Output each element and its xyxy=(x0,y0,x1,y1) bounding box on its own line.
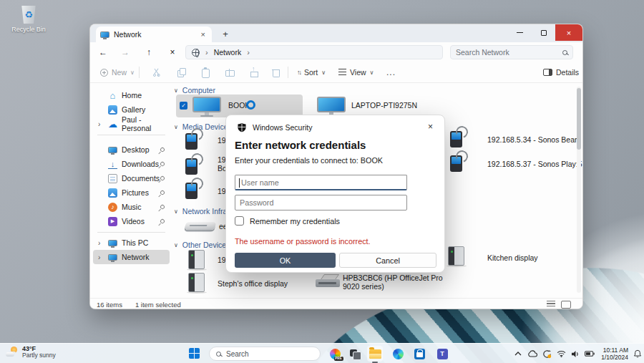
large-icons-view-toggle-icon[interactable] xyxy=(561,301,571,309)
taskbar-app-edge[interactable] xyxy=(390,346,406,362)
tray-expand-chevron-icon[interactable] xyxy=(511,344,525,363)
onedrive-tray-icon[interactable] xyxy=(525,344,540,363)
remember-checkbox[interactable] xyxy=(235,216,244,226)
explorer-search-input[interactable] xyxy=(456,48,562,57)
onedrive-cloud-icon: ☁ xyxy=(108,120,117,129)
start-button[interactable] xyxy=(189,348,200,359)
new-button[interactable]: New∨ xyxy=(100,62,135,83)
search-icon xyxy=(216,352,221,357)
new-tab-button[interactable]: + xyxy=(219,28,232,41)
more-options-button[interactable]: ... xyxy=(386,62,396,83)
sidebar-item-desktop[interactable]: Desktop xyxy=(93,142,170,157)
item-label-steph-display[interactable]: Steph's office display xyxy=(218,279,288,288)
forward-button[interactable]: → xyxy=(118,45,132,59)
sort-arrows-icon: ↑↓ xyxy=(297,69,301,76)
password-field[interactable] xyxy=(235,195,407,210)
sidebar-item-network[interactable]: › Network xyxy=(93,250,170,264)
view-button[interactable]: View∨ xyxy=(338,62,374,83)
recycle-bin-shortcut[interactable]: ♻ Recycle Bin xyxy=(7,6,50,33)
taskbar-app-store[interactable] xyxy=(411,346,427,362)
share-icon[interactable] xyxy=(249,67,259,77)
checkbox-checked-icon[interactable]: ✓ xyxy=(180,102,187,110)
item-label-media2-line1[interactable]: 19 xyxy=(218,155,226,164)
sidebar-item-videos[interactable]: ▶ Videos xyxy=(93,214,170,228)
tab-close-icon[interactable]: × xyxy=(199,30,208,39)
close-button[interactable]: × xyxy=(555,24,582,41)
breadcrumb-location[interactable]: Network xyxy=(214,48,242,57)
maximize-button[interactable] xyxy=(532,24,555,41)
wifi-icon[interactable] xyxy=(554,344,568,363)
taskbar-search[interactable]: Search xyxy=(209,347,321,361)
collapse-chevron-icon: ∨ xyxy=(174,242,178,248)
section-other-devices[interactable]: ∨ Other Devices xyxy=(174,241,230,249)
delete-icon[interactable] xyxy=(270,67,280,77)
item-label-media1[interactable]: 19 xyxy=(218,136,226,145)
taskbar-app-copilot[interactable]: PRE xyxy=(327,346,343,362)
taskbar: 43°F Partly sunny Search PRE T xyxy=(0,343,644,363)
cut-icon[interactable] xyxy=(152,67,162,77)
sidebar-item-music[interactable]: ♪ Music xyxy=(93,200,170,214)
security-shield-icon xyxy=(237,122,247,132)
sidebar-item-this-pc[interactable]: › This PC xyxy=(93,236,170,250)
notification-bell-icon[interactable] xyxy=(631,344,644,363)
item-label-laptop[interactable]: LAPTOP-PTI9275N xyxy=(351,101,417,110)
sidebar-item-documents[interactable]: Documents xyxy=(93,171,170,185)
chevron-right-icon: › xyxy=(247,48,250,57)
item-label-sonos-beam[interactable]: 192.168.5.34 - Sonos Beam xyxy=(487,135,581,144)
dialog-close-icon[interactable]: × xyxy=(425,120,436,133)
breadcrumb[interactable]: › Network › xyxy=(185,45,443,59)
expand-chevron-icon[interactable]: › xyxy=(98,120,100,128)
widgets-button[interactable]: 43°F Partly sunny xyxy=(6,345,56,359)
clock-time: 10:11 AM xyxy=(601,347,628,354)
desktop: ♻ Recycle Bin Network × + × ← → ↑ × › xyxy=(0,0,644,363)
sidebar-item-onedrive[interactable]: › ☁ Paul - Personal xyxy=(93,117,170,131)
list-view-toggle-icon[interactable] xyxy=(547,301,555,308)
section-media-devices[interactable]: ∨ Media Devices xyxy=(174,122,232,131)
scrollbar[interactable] xyxy=(577,87,581,293)
taskbar-clock[interactable]: 10:11 AM 1/10/2024 xyxy=(601,347,628,361)
taskbar-app-teams[interactable]: T xyxy=(434,346,450,362)
display-device-icon xyxy=(448,246,464,266)
computer-icon xyxy=(317,97,346,112)
expand-chevron-icon[interactable]: › xyxy=(98,253,100,261)
scrollbar-thumb[interactable] xyxy=(577,88,581,150)
cancel-button[interactable]: Cancel xyxy=(339,253,436,268)
item-label-media3[interactable]: 19 xyxy=(218,187,226,195)
sidebar-item-gallery[interactable]: Gallery xyxy=(93,102,170,117)
paste-icon[interactable] xyxy=(200,67,210,77)
media-device-icon xyxy=(185,158,197,175)
sidebar-item-home[interactable]: ⌂ Home xyxy=(93,88,170,102)
rename-icon[interactable] xyxy=(225,67,235,77)
tab-network[interactable]: Network × xyxy=(96,26,212,42)
explorer-search[interactable] xyxy=(450,45,573,59)
battery-icon[interactable] xyxy=(582,344,597,363)
sidebar-item-pictures[interactable]: Pictures xyxy=(93,185,170,200)
item-label-other1[interactable]: 19 xyxy=(218,256,226,264)
password-input[interactable] xyxy=(235,195,406,210)
item-label-sonos-play[interactable]: 192.168.5.37 - Sonos Play:5 xyxy=(487,160,582,168)
clock-date: 1/10/2024 xyxy=(601,354,628,361)
username-input[interactable] xyxy=(235,175,406,189)
expand-chevron-icon[interactable]: › xyxy=(98,239,100,247)
volume-icon[interactable] xyxy=(568,344,582,363)
item-label-printer[interactable]: HPB3CBC6 (HP OfficeJet Pro 9020 series) xyxy=(343,274,450,291)
up-button[interactable]: ↑ xyxy=(142,45,156,59)
copy-icon[interactable] xyxy=(176,67,186,77)
ok-button[interactable]: OK xyxy=(235,253,336,268)
taskbar-app-task-view[interactable] xyxy=(347,346,363,362)
section-computer[interactable]: ∨ Computer xyxy=(174,86,215,95)
stop-refresh-button[interactable]: × xyxy=(165,45,180,59)
network-tab-icon xyxy=(100,32,109,38)
details-pane-button[interactable]: Details xyxy=(543,62,579,83)
back-button[interactable]: ← xyxy=(96,45,110,59)
network-location-icon xyxy=(192,49,200,57)
sort-button[interactable]: ↑↓ Sort∨ xyxy=(297,62,326,83)
desktop-icon xyxy=(108,147,117,153)
sidebar-item-downloads[interactable]: ↓ Downloads xyxy=(93,157,170,171)
taskbar-app-file-explorer[interactable] xyxy=(367,346,383,362)
dialog-heading: Enter network credentials xyxy=(235,139,366,151)
minimize-button[interactable] xyxy=(508,24,532,41)
item-label-kitchen-display[interactable]: Kitchen display xyxy=(487,253,538,262)
sync-update-tray-icon[interactable] xyxy=(540,344,554,363)
username-field[interactable] xyxy=(235,175,407,190)
